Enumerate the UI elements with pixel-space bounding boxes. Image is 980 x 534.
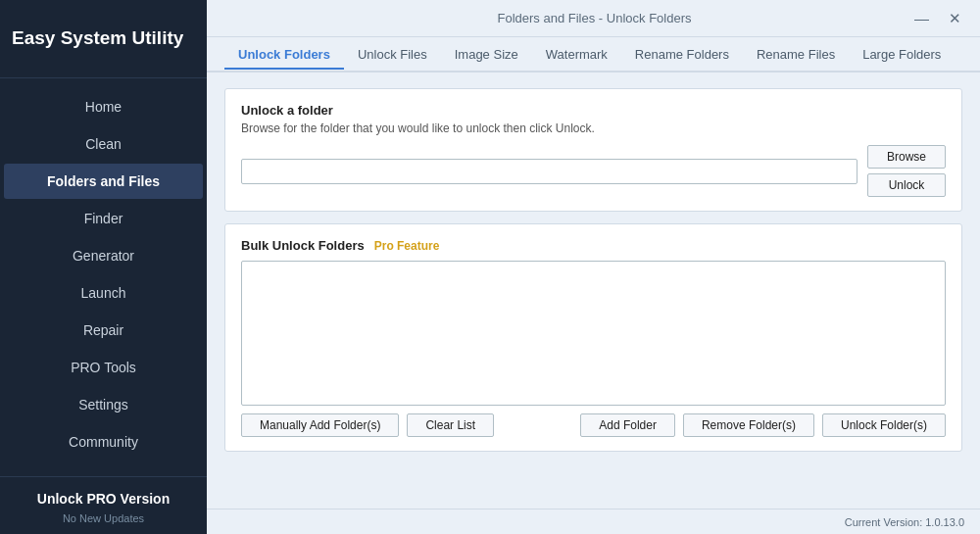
bulk-folder-list[interactable] — [241, 261, 946, 406]
sidebar: Easy System Utility Home Clean Folders a… — [0, 0, 207, 534]
sidebar-item-pro-tools[interactable]: PRO Tools — [4, 350, 203, 385]
bulk-footer: Manually Add Folder(s) Clear List Add Fo… — [241, 413, 946, 437]
tab-watermark[interactable]: Watermark — [532, 41, 621, 70]
remove-folders-button[interactable]: Remove Folder(s) — [683, 413, 814, 437]
window-controls: — ✕ — [909, 9, 966, 27]
no-updates-label: No New Updates — [0, 512, 207, 524]
app-title: Easy System Utility — [0, 0, 207, 78]
sidebar-item-folders-and-files[interactable]: Folders and Files — [4, 164, 203, 199]
window-title: Folders and Files - Unlock Folders — [279, 11, 909, 25]
single-unlock-section: Unlock a folder Browse for the folder th… — [224, 88, 962, 212]
tab-rename-folders[interactable]: Rename Folders — [621, 41, 743, 70]
tab-large-folders[interactable]: Large Folders — [849, 41, 955, 70]
single-unlock-description: Browse for the folder that you would lik… — [241, 121, 946, 135]
unlock-button[interactable]: Unlock — [867, 173, 946, 197]
minimize-button[interactable]: — — [909, 9, 934, 27]
unlock-pro-button[interactable]: Unlock PRO Version — [0, 491, 207, 507]
close-button[interactable]: ✕ — [944, 9, 966, 27]
tab-unlock-folders[interactable]: Unlock Folders — [224, 41, 344, 70]
version-label: Current Version: 1.0.13.0 — [845, 516, 964, 528]
main-area: Folders and Files - Unlock Folders — ✕ U… — [207, 0, 980, 534]
sidebar-item-generator[interactable]: Generator — [4, 238, 203, 273]
single-unlock-row: Browse Unlock — [241, 145, 946, 197]
pro-feature-badge: Pro Feature — [374, 239, 440, 253]
clear-list-button[interactable]: Clear List — [407, 413, 494, 437]
bulk-unlock-title: Bulk Unlock Folders — [241, 238, 365, 253]
tab-image-size[interactable]: Image Size — [441, 41, 532, 70]
add-folder-button[interactable]: Add Folder — [580, 413, 675, 437]
bulk-unlock-header: Bulk Unlock Folders Pro Feature — [241, 238, 946, 253]
unlock-folders-button[interactable]: Unlock Folder(s) — [822, 413, 946, 437]
sidebar-item-settings[interactable]: Settings — [4, 387, 203, 422]
sidebar-item-repair[interactable]: Repair — [4, 313, 203, 348]
content-area: Unlock a folder Browse for the folder th… — [207, 73, 980, 509]
sidebar-item-home[interactable]: Home — [4, 89, 203, 124]
manually-add-folders-button[interactable]: Manually Add Folder(s) — [241, 413, 399, 437]
action-buttons: Browse Unlock — [867, 145, 946, 197]
titlebar: Folders and Files - Unlock Folders — ✕ — [207, 0, 980, 37]
nav-items: Home Clean Folders and Files Finder Gene… — [0, 78, 207, 476]
tab-rename-files[interactable]: Rename Files — [743, 41, 849, 70]
tab-unlock-files[interactable]: Unlock Files — [344, 41, 441, 70]
tabs-bar: Unlock Folders Unlock Files Image Size W… — [207, 37, 980, 73]
sidebar-item-community[interactable]: Community — [4, 424, 203, 460]
statusbar: Current Version: 1.0.13.0 — [207, 509, 980, 534]
browse-button[interactable]: Browse — [867, 145, 946, 169]
sidebar-item-launch[interactable]: Launch — [4, 275, 203, 311]
bulk-unlock-section: Bulk Unlock Folders Pro Feature Manually… — [224, 223, 962, 452]
folder-path-input[interactable] — [241, 159, 858, 184]
sidebar-bottom: Unlock PRO Version No New Updates — [0, 476, 207, 534]
sidebar-item-finder[interactable]: Finder — [4, 201, 203, 236]
bulk-right-buttons: Add Folder Remove Folder(s) Unlock Folde… — [580, 413, 946, 437]
single-unlock-title: Unlock a folder — [241, 103, 946, 118]
sidebar-item-clean[interactable]: Clean — [4, 126, 203, 162]
